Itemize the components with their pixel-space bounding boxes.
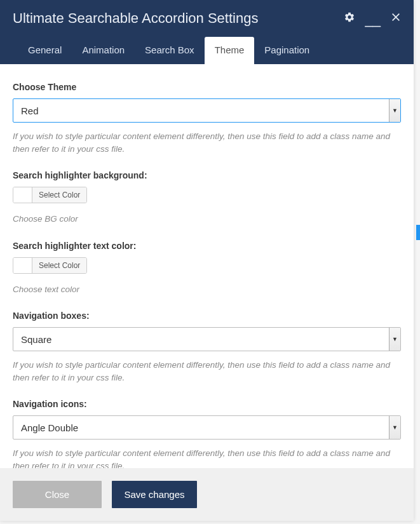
settings-modal: Ultimate Searchable Accordion Settings _… bbox=[0, 0, 414, 521]
choose-theme-select[interactable]: Red bbox=[13, 98, 401, 123]
highlighter-text-label: Search highlighter text color: bbox=[13, 241, 401, 251]
highlighter-bg-label: Search highlighter background: bbox=[13, 170, 401, 180]
tab-search-box[interactable]: Search Box bbox=[135, 37, 205, 64]
color-swatch bbox=[13, 187, 32, 203]
modal-header: Ultimate Searchable Accordion Settings _… bbox=[0, 0, 414, 64]
modal-content: Choose Theme Red ▼ If you wish to style … bbox=[0, 64, 414, 468]
select-color-button[interactable]: Select Color bbox=[32, 187, 86, 203]
nav-boxes-select[interactable]: Square bbox=[13, 327, 401, 351]
field-highlighter-bg: Search highlighter background: Select Co… bbox=[13, 170, 401, 225]
close-icon[interactable] bbox=[391, 12, 401, 25]
tab-theme[interactable]: Theme bbox=[205, 37, 255, 64]
nav-boxes-hint: If you wish to style particular content … bbox=[13, 359, 401, 384]
select-wrap: Angle Double ▼ bbox=[13, 415, 401, 440]
save-button[interactable]: Save changes bbox=[112, 481, 197, 508]
minimize-icon[interactable]: __ bbox=[365, 17, 381, 22]
header-top: Ultimate Searchable Accordion Settings _… bbox=[13, 10, 401, 27]
modal-title: Ultimate Searchable Accordion Settings bbox=[13, 10, 258, 27]
gear-icon[interactable] bbox=[344, 11, 355, 25]
select-color-button[interactable]: Select Color bbox=[32, 258, 86, 273]
nav-boxes-label: Navigation boxes: bbox=[13, 311, 401, 321]
choose-theme-hint: If you wish to style particular content … bbox=[13, 130, 401, 155]
highlighter-bg-hint: Choose BG color bbox=[13, 213, 401, 225]
highlighter-text-color-picker[interactable]: Select Color bbox=[13, 257, 87, 274]
field-highlighter-text: Search highlighter text color: Select Co… bbox=[13, 241, 401, 296]
field-nav-boxes: Navigation boxes: Square ▼ If you wish t… bbox=[13, 311, 401, 384]
field-choose-theme: Choose Theme Red ▼ If you wish to style … bbox=[13, 82, 401, 155]
tab-animation[interactable]: Animation bbox=[72, 37, 135, 64]
highlighter-text-hint: Choose text color bbox=[13, 283, 401, 296]
tabs-container: General Animation Search Box Theme Pagin… bbox=[18, 37, 401, 64]
modal-footer: Close Save changes bbox=[0, 468, 414, 521]
tab-pagination[interactable]: Pagination bbox=[254, 37, 320, 64]
tab-general[interactable]: General bbox=[18, 37, 72, 64]
color-swatch bbox=[13, 258, 32, 273]
select-wrap: Red ▼ bbox=[13, 98, 401, 123]
close-button[interactable]: Close bbox=[13, 481, 102, 508]
nav-icons-hint: If you wish to style particular content … bbox=[13, 447, 401, 468]
choose-theme-label: Choose Theme bbox=[13, 82, 401, 92]
select-wrap: Square ▼ bbox=[13, 327, 401, 351]
nav-icons-label: Navigation icons: bbox=[13, 399, 401, 409]
highlighter-bg-color-picker[interactable]: Select Color bbox=[13, 187, 87, 203]
header-controls: __ bbox=[344, 11, 401, 25]
side-tag bbox=[416, 225, 420, 240]
field-nav-icons: Navigation icons: Angle Double ▼ If you … bbox=[13, 399, 401, 468]
nav-icons-select[interactable]: Angle Double bbox=[13, 415, 401, 440]
